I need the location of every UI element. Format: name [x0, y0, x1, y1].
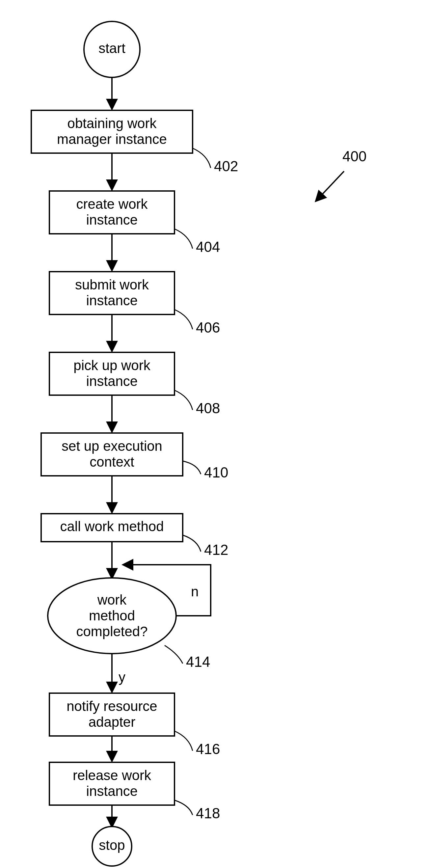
step-416: notify resource adapter 416: [50, 693, 220, 757]
step-418: release work instance 418: [50, 762, 220, 821]
step-412: call work method 412: [41, 514, 228, 558]
step-408: pick up work instance 408: [50, 352, 220, 416]
stop-label: stop: [99, 837, 125, 853]
svg-text:set up execution: set up execution: [62, 438, 162, 454]
svg-text:instance: instance: [86, 373, 138, 389]
svg-text:release work: release work: [73, 768, 151, 783]
svg-text:call work method: call work method: [60, 519, 164, 534]
start-node: start: [84, 22, 140, 78]
svg-text:create work: create work: [76, 196, 148, 212]
step-408-ref: 408: [196, 400, 220, 416]
svg-text:method: method: [89, 608, 135, 623]
step-406-ref: 406: [196, 319, 220, 336]
start-label: start: [98, 40, 125, 56]
svg-text:notify resource: notify resource: [66, 699, 157, 714]
step-418-ref: 418: [196, 805, 220, 821]
svg-text:instance: instance: [86, 293, 138, 308]
decision-no-label: n: [191, 584, 199, 599]
step-406: submit work instance 406: [50, 272, 220, 336]
step-402-ref: 402: [214, 158, 238, 174]
svg-text:work: work: [97, 592, 127, 608]
svg-text:manager instance: manager instance: [57, 131, 167, 147]
svg-text:submit work: submit work: [75, 277, 149, 292]
decision-414-ref: 414: [186, 654, 210, 670]
svg-text:obtaining work: obtaining work: [67, 116, 157, 131]
decision-yes-label: y: [119, 670, 125, 685]
stop-node: stop: [92, 827, 132, 866]
decision-414: work method completed? 414: [48, 578, 210, 670]
step-412-ref: 412: [204, 542, 228, 558]
svg-text:context: context: [90, 454, 134, 470]
svg-text:pick up work: pick up work: [73, 358, 150, 373]
svg-line-0: [316, 171, 344, 201]
decision-yes-edge: y: [112, 654, 125, 691]
step-416-ref: 416: [196, 741, 220, 757]
flowchart-diagram: 400 start obtaining work manager instanc…: [0, 0, 427, 868]
step-404: create work instance 404: [50, 191, 220, 255]
figure-reference: 400: [316, 148, 366, 201]
figure-ref-label: 400: [342, 148, 366, 164]
step-410-ref: 410: [204, 464, 228, 480]
svg-text:instance: instance: [86, 212, 138, 227]
step-404-ref: 404: [196, 239, 220, 255]
step-410: set up execution context 410: [41, 433, 228, 480]
step-402: obtaining work manager instance 402: [31, 110, 238, 174]
svg-text:adapter: adapter: [89, 714, 135, 730]
svg-text:completed?: completed?: [76, 624, 148, 639]
svg-text:instance: instance: [86, 783, 138, 799]
